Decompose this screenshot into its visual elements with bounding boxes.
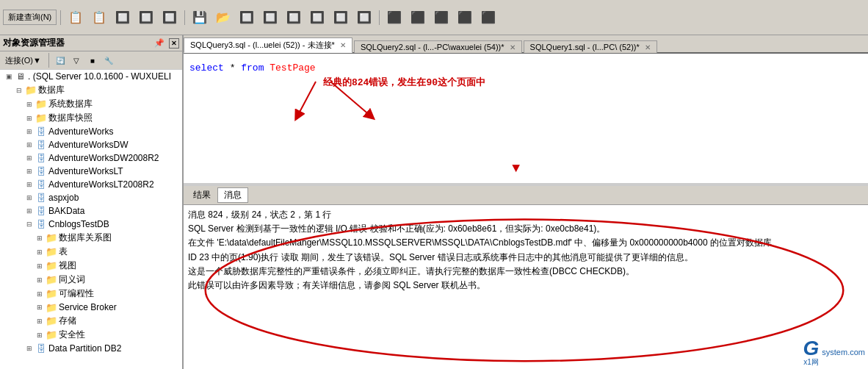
- tab-sqlquery1[interactable]: SQLQuery1.sql - (l...PC\ (52))* ✕: [524, 40, 657, 53]
- server-icon: 🖥: [15, 71, 26, 82]
- list-item[interactable]: ⊞ 📁 存储: [0, 314, 182, 328]
- svg-line-1: [330, 82, 371, 116]
- toolbar-icon-14[interactable]: ⬛: [383, 8, 405, 26]
- tree-area: ▣ 🖥 . (SQL Server 10.0.1600 - WUXUELI ⊟ …: [0, 70, 182, 369]
- databases-folder-icon: 📁: [25, 85, 37, 96]
- list-item[interactable]: ⊞ 📁 可编程性: [0, 287, 182, 301]
- tab-close-2[interactable]: ✕: [510, 43, 516, 51]
- list-item[interactable]: ⊞ 🗄 AdventureWorksDW: [0, 138, 182, 151]
- filter-button[interactable]: ▽: [69, 53, 84, 68]
- list-item[interactable]: ⊞ 📁 数据库关系图: [0, 231, 182, 245]
- panel-pin-icon[interactable]: 📌: [151, 38, 167, 48]
- folder-icon: 📁: [46, 288, 57, 300]
- list-item[interactable]: ⊞ 📁 同义词: [0, 273, 182, 287]
- db-icon: 🗄: [35, 165, 47, 177]
- list-item[interactable]: ⊟ 🗄 CnblogsTestDB: [0, 218, 182, 231]
- list-item[interactable]: ⊞ 🗄 AdventureWorks: [0, 125, 182, 138]
- db-snapshots-label: 数据库快照: [48, 112, 93, 124]
- results-tab-bar: 结果 消息: [184, 186, 868, 205]
- tab-results[interactable]: 结果: [187, 187, 217, 203]
- toolbar-icon-3[interactable]: 🔲: [112, 8, 134, 26]
- toolbar-icon-12[interactable]: 🔲: [330, 8, 352, 26]
- toolbar-icon-1[interactable]: 📋: [65, 8, 87, 26]
- db-icon: 🗄: [35, 192, 47, 204]
- toolbar-icon-11[interactable]: 🔲: [306, 8, 328, 26]
- tab-sqlquery3[interactable]: SQLQuery3.sql - (l...uelei (52)) - 未连接* …: [184, 37, 352, 53]
- toolbar-icon-7[interactable]: 📂: [212, 8, 234, 26]
- annotation-svg: [228, 76, 521, 164]
- panel-close-btn[interactable]: ✕: [169, 38, 179, 49]
- left-panel: 对象资源管理器 📌 ✕ 连接(O)▼ 🔄 ▽ ■ 🔧 ▣ 🖥 . (SQL Se…: [0, 35, 184, 369]
- toolbar-icon-15[interactable]: ⬛: [407, 8, 429, 26]
- db-icon: 🗄: [35, 205, 47, 217]
- toolbar: 新建查询(N) 📋 📋 🔲 🔲 🔲 💾 📂 🔲 🔲 🔲 🔲 🔲 🔲 ⬛ ⬛ ⬛ …: [0, 0, 868, 35]
- tree-service-broker[interactable]: ⊞ 📁 Service Broker: [0, 301, 182, 314]
- list-item[interactable]: ⊞ 🗄 AdventureWorksDW2008R2: [0, 151, 182, 165]
- list-item[interactable]: ⊞ 🗄 Data Partition DB2: [0, 342, 182, 355]
- toolbar-icon-13[interactable]: 🔲: [353, 8, 375, 26]
- watermark-g-logo: G: [803, 338, 820, 359]
- db-icon: 🗄: [35, 139, 47, 151]
- error-line-3: 在文件 'E:\data\defaultFileManger\MSSQL10.M…: [188, 236, 864, 250]
- db-icon: 🗄: [35, 152, 47, 164]
- toolbar-icon-4[interactable]: 🔲: [135, 8, 157, 26]
- connect-button[interactable]: 连接(O)▼: [1, 53, 45, 68]
- panel-toolbar-sep: [48, 53, 49, 68]
- toolbar-icon-2[interactable]: 📋: [88, 8, 110, 26]
- databases-expand-icon: ⊟: [13, 85, 25, 96]
- toolbar-icon-18[interactable]: ⬛: [477, 8, 499, 26]
- list-item[interactable]: ⊞ 🗄 AdventureWorksLT2008R2: [0, 178, 182, 191]
- toolbar-sep-2: [184, 10, 185, 25]
- down-arrow-indicator: ▼: [512, 161, 520, 176]
- list-item[interactable]: ⊞ 🗄 AdventureWorksLT: [0, 165, 182, 178]
- tab-messages[interactable]: 消息: [217, 187, 248, 203]
- toolbar-icon-8[interactable]: 🔲: [236, 8, 258, 26]
- toolbar-icon-10[interactable]: 🔲: [283, 8, 305, 26]
- db-icon: 🗄: [35, 126, 47, 137]
- list-item[interactable]: ⊞ 📁 表: [0, 245, 182, 259]
- db-icon: 🗄: [35, 343, 47, 354]
- tree-databases-folder[interactable]: ⊟ 📁 数据库: [0, 83, 182, 97]
- watermark-x1: x1网: [803, 359, 819, 366]
- results-content: 消息 824，级别 24，状态 2，第 1 行 SQL Server 检测到基于…: [184, 205, 868, 369]
- panel-header: 对象资源管理器 📌 ✕: [0, 35, 182, 51]
- panel-title: 对象资源管理器: [3, 37, 65, 49]
- toolbar-icon-5[interactable]: 🔲: [159, 8, 181, 26]
- folder-icon: 📁: [46, 260, 57, 272]
- svg-line-0: [297, 82, 316, 116]
- toolbar-icon-9[interactable]: 🔲: [259, 8, 281, 26]
- tab-close-3[interactable]: ✕: [340, 41, 346, 49]
- db-snapshots-expand: ⊞: [23, 112, 35, 124]
- service-broker-icon: 📁: [46, 301, 57, 313]
- sql-table-name: TestPage: [270, 62, 315, 74]
- list-item[interactable]: ⊞ 📁 安全性: [0, 328, 182, 342]
- new-query-button[interactable]: 新建查询(N): [3, 10, 57, 25]
- toolbar-icon-16[interactable]: ⬛: [430, 8, 452, 26]
- tree-db-snapshots[interactable]: ⊞ 📁 数据库快照: [0, 111, 182, 125]
- sql-from-keyword: from: [241, 62, 264, 74]
- system-dbs-expand: ⊞: [23, 98, 35, 110]
- error-line-4: ID 23 中的页(1:90)执行 读取 期间，发生了该错误。SQL Serve…: [188, 251, 864, 265]
- properties-button[interactable]: 🔧: [101, 53, 116, 68]
- list-item[interactable]: ⊞ 📁 视图: [0, 259, 182, 273]
- toolbar-icon-6[interactable]: 💾: [189, 8, 211, 26]
- watermark-url: system.com: [822, 348, 865, 357]
- tab-sqlquery2[interactable]: SQLQuery2.sql - (l...-PC\waxuelei (54))*…: [354, 40, 522, 53]
- tree-system-dbs[interactable]: ⊞ 📁 系统数据库: [0, 97, 182, 111]
- list-item[interactable]: ⊞ 🗄 BAKData: [0, 204, 182, 218]
- results-area: 结果 消息 消息 824，级别 24，状态 2，第 1 行 SQL Server…: [184, 186, 868, 369]
- system-dbs-icon: 📁: [35, 98, 47, 110]
- folder-icon: 📁: [46, 329, 57, 341]
- server-label: . (SQL Server 10.0.1600 - WUXUELI: [28, 71, 171, 82]
- tab-close-1[interactable]: ✕: [645, 43, 651, 51]
- toolbar-icon-17[interactable]: ⬛: [454, 8, 476, 26]
- error-message-block: 消息 824，级别 24，状态 2，第 1 行 SQL Server 检测到基于…: [188, 208, 864, 293]
- refresh-button[interactable]: 🔄: [53, 53, 68, 68]
- list-item[interactable]: ⊞ 🗄 aspxjob: [0, 191, 182, 204]
- query-editor[interactable]: select * from TestPage: [184, 54, 868, 186]
- folder-icon: 📁: [46, 246, 57, 258]
- error-line-2: SQL Server 检测到基于一致性的逻辑 I/O 错误 校验和不正确(应为:…: [188, 222, 864, 236]
- tree-server-node[interactable]: ▣ 🖥 . (SQL Server 10.0.1600 - WUXUELI: [0, 70, 182, 83]
- error-line-6: 此错误可以由许多因素导致；有关详细信息，请参阅 SQL Server 联机丛书。: [188, 279, 864, 293]
- stop-button[interactable]: ■: [85, 53, 100, 68]
